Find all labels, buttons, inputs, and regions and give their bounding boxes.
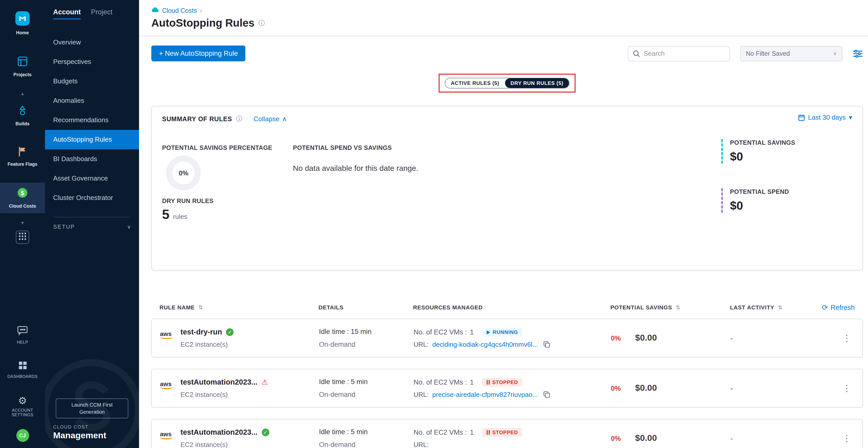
fulfilment: On-demand: [319, 441, 413, 448]
dashboards-icon: [18, 361, 27, 372]
copy-icon[interactable]: [544, 341, 550, 348]
success-icon: ✓: [261, 428, 269, 436]
sort-icon[interactable]: ⇅: [778, 304, 783, 311]
rail-item-label: HELP: [17, 340, 28, 345]
table-row[interactable]: aws testAutomation2023... ✓ EC2 instance…: [151, 419, 863, 448]
collapse-label: Collapse: [253, 115, 279, 123]
url-label: URL:: [413, 391, 429, 398]
launch-ccm-first-gen-button[interactable]: Launch CCM First Generation: [56, 398, 128, 418]
rail-item-dashboards[interactable]: DASHBOARDS: [0, 357, 45, 383]
spend-vs-savings-label: POTENTIAL SPEND VS SAVINGS: [293, 144, 392, 151]
rule-name-link[interactable]: test-dry-run: [181, 328, 222, 336]
apps-grid-button[interactable]: [16, 231, 29, 244]
toolbar-right: No Filter Saved ∨: [628, 46, 863, 61]
rail-item-builds[interactable]: Builds: [0, 100, 45, 131]
rail-item-projects[interactable]: Projects: [0, 51, 45, 82]
setup-label: SETUP: [53, 223, 75, 230]
sidebar-item-anomalies[interactable]: Anomalies: [45, 91, 139, 111]
vm-count-label: No. of EC2 VMs :: [413, 428, 467, 436]
sidebar-item-budgets[interactable]: Budgets: [45, 71, 139, 91]
sidebar-item-perspectives[interactable]: Perspectives: [45, 52, 139, 71]
kebab-menu-icon[interactable]: ⋮: [839, 332, 854, 344]
dry-run-rules-value: 5 rules: [162, 207, 187, 222]
saved-filter-value: No Filter Saved: [746, 50, 790, 57]
sidebar-item-asset-governance[interactable]: Asset Governance: [45, 169, 139, 188]
sort-icon[interactable]: ⇅: [676, 304, 680, 311]
sidebar-item-autostopping-rules[interactable]: AutoStopping Rules: [45, 130, 139, 149]
collapse-toggle[interactable]: Collapse ∧: [253, 115, 287, 123]
main-content: Cloud Costs › AutoStopping Rules ⓘ + New…: [139, 0, 868, 448]
search-input[interactable]: [628, 46, 730, 61]
details-cell: Idle time : 5 min On-demand: [319, 428, 413, 448]
savings-amount: $0.00: [635, 383, 657, 393]
column-resources-managed: RESOURCES MANAGED: [413, 304, 610, 310]
page-title: AutoStopping Rules: [151, 17, 255, 29]
footer-title: Management: [53, 430, 131, 441]
summary-of-rules-card: SUMMARY OF RULES ⓘ Collapse ∧ Last 30 da…: [151, 106, 863, 271]
search-box: [628, 46, 730, 61]
rail-item-home[interactable]: Home: [0, 7, 45, 40]
sidebar-item-bi-dashboards[interactable]: BI Dashboards: [45, 149, 139, 169]
table-header: RULE NAME ⇅ DETAILS RESOURCES MANAGED PO…: [151, 303, 863, 311]
savings-amount: $0.00: [635, 333, 657, 343]
page-title-row: AutoStopping Rules ⓘ: [151, 17, 863, 29]
harness-home-icon: [16, 11, 30, 28]
rule-name-link[interactable]: testAutomation2023...: [181, 428, 257, 436]
rail-item-label: Cloud Costs: [9, 204, 36, 209]
sidebar-item-recommendations[interactable]: Recommendations: [45, 111, 139, 130]
table-row[interactable]: aws test-dry-run ✓ EC2 instance(s) Idle …: [151, 319, 863, 357]
rail-item-label: Builds: [16, 121, 29, 126]
refresh-button[interactable]: ⟳ Refresh: [809, 303, 855, 311]
rail-item-account-settings[interactable]: ⚙ ACCOUNT SETTINGS: [0, 392, 45, 422]
rail-item-label: Projects: [13, 72, 31, 78]
column-label: RULE NAME: [159, 304, 195, 310]
url-label: URL:: [413, 340, 429, 348]
rule-url-link[interactable]: deciding-kodiak-cg4qcs4h0mmv6l...: [432, 340, 538, 348]
potential-spend-metric: POTENTIAL SPEND $0: [721, 188, 789, 213]
scroll-down-icon[interactable]: ▼: [20, 218, 25, 228]
status-badge-stopped: STOPPED: [482, 428, 523, 437]
rule-name-link[interactable]: testAutomation2023...: [181, 378, 257, 386]
saved-filter-dropdown[interactable]: No Filter Saved ∨: [740, 46, 842, 61]
header-divider: [139, 36, 868, 36]
rail-item-feature-flags[interactable]: Feature Flags: [0, 142, 45, 172]
details-cell: Idle time : 15 min On-demand: [319, 328, 413, 348]
breadcrumb: Cloud Costs ›: [151, 7, 863, 14]
info-icon[interactable]: ⓘ: [236, 115, 242, 123]
dry-run-rules-tab[interactable]: DRY RUN RULES (5): [505, 78, 569, 88]
scroll-up-icon[interactable]: ▲: [20, 89, 25, 98]
vm-count-label: No. of EC2 VMs :: [413, 328, 467, 336]
sidebar-item-overview[interactable]: Overview: [45, 33, 139, 52]
tab-project[interactable]: Project: [91, 8, 113, 20]
user-avatar[interactable]: CJ: [16, 429, 29, 442]
kebab-menu-icon[interactable]: ⋮: [839, 382, 854, 394]
potential-savings-metric: POTENTIAL SAVINGS $0: [721, 139, 795, 163]
date-range-dropdown[interactable]: Last 30 days ▾: [798, 114, 852, 121]
cloud-costs-icon: $: [17, 187, 29, 201]
status-badge-running: RUNNING: [482, 328, 523, 336]
savings-percentage: 0%: [611, 435, 621, 442]
badge-label: RUNNING: [493, 329, 518, 335]
sidebar-item-cluster-orchestrator[interactable]: Cluster Orchestrator: [45, 188, 139, 208]
table-row[interactable]: aws testAutomation2023... ⚠ EC2 instance…: [151, 369, 863, 408]
rule-url-link[interactable]: precise-airedale-cfpmv827riuvpao...: [432, 391, 538, 398]
pause-icon: [487, 380, 490, 385]
rail-item-cloud-costs[interactable]: $ Cloud Costs: [0, 183, 45, 213]
kebab-menu-icon[interactable]: ⋮: [839, 432, 854, 444]
copy-icon[interactable]: [544, 391, 550, 398]
potential-savings-cell: 0% $0.00: [611, 383, 731, 393]
setup-section-toggle[interactable]: SETUP ∨: [45, 217, 139, 236]
new-autostopping-rule-button[interactable]: + New AutoStopping Rule: [151, 46, 245, 61]
resources-cell: No. of EC2 VMs : 1 RUNNING URL: deciding…: [413, 328, 611, 348]
savings-percentage: 0%: [611, 384, 621, 392]
idle-time: Idle time : 5 min: [319, 428, 413, 436]
idle-time: Idle time : 5 min: [319, 378, 413, 386]
tab-account[interactable]: Account: [53, 8, 81, 20]
breadcrumb-cloud-costs[interactable]: Cloud Costs: [162, 7, 197, 14]
active-rules-tab[interactable]: ACTIVE RULES (5): [445, 78, 505, 88]
rail-item-help[interactable]: HELP: [0, 321, 45, 349]
rail-item-label: ACCOUNT SETTINGS: [1, 408, 44, 418]
info-icon[interactable]: ⓘ: [259, 19, 265, 27]
sort-icon[interactable]: ⇅: [198, 304, 203, 311]
filter-panel-button[interactable]: [852, 49, 863, 58]
